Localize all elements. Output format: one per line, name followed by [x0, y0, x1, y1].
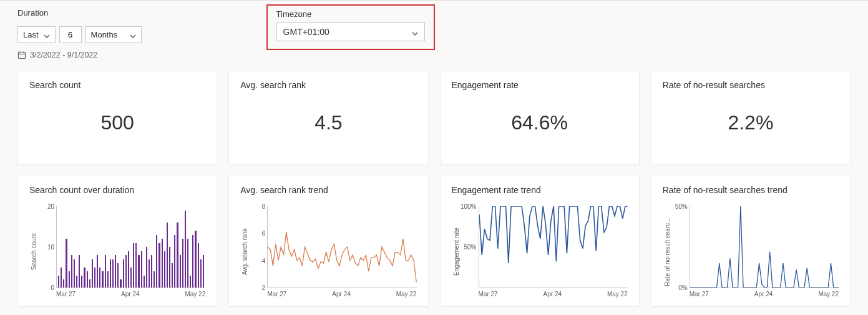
bar — [102, 271, 103, 288]
chart-card: Rate of no-result searches trendRate of … — [651, 176, 851, 307]
duration-label: Duration — [17, 8, 142, 18]
bar — [112, 259, 114, 288]
bar — [192, 235, 193, 288]
bar — [58, 276, 59, 288]
y-tick: 10 — [47, 244, 54, 251]
metric-card: Engagement rate64.6% — [440, 71, 640, 164]
chart-title: Rate of no-result searches trend — [663, 185, 839, 195]
bar — [81, 276, 82, 288]
bar — [97, 255, 98, 288]
bar — [92, 259, 93, 288]
bar — [128, 251, 129, 288]
y-tick: 8 — [262, 203, 266, 210]
metric-title: Engagement rate — [452, 80, 628, 90]
bar — [66, 239, 67, 288]
bar — [69, 271, 70, 288]
y-axis-label: Engagement rate — [452, 206, 461, 298]
bar — [89, 279, 90, 288]
bar — [84, 268, 85, 288]
plot-area: 01020 — [56, 206, 205, 288]
bar — [187, 239, 188, 288]
x-tick: May 22 — [396, 291, 417, 298]
bar — [99, 268, 100, 288]
metric-title: Rate of no-result searches — [663, 80, 839, 90]
x-tick: Apr 24 — [544, 291, 562, 298]
bar — [74, 259, 75, 288]
y-tick: 50% — [464, 244, 476, 251]
bar — [154, 271, 155, 288]
y-tick: 100% — [461, 203, 477, 210]
x-tick: Mar 27 — [479, 291, 498, 298]
bar — [185, 211, 186, 288]
timezone-select[interactable]: GMT+01:00 — [276, 22, 425, 41]
bar — [156, 235, 157, 288]
bar — [130, 268, 132, 288]
duration-unit-select[interactable]: Months — [85, 26, 142, 43]
bar — [63, 279, 64, 288]
bar — [144, 276, 145, 288]
bar — [94, 268, 95, 288]
chevron-down-icon — [412, 29, 418, 35]
bar — [110, 259, 111, 288]
plot-area: 50%100% — [479, 206, 628, 288]
duration-type-select[interactable]: Last — [17, 26, 56, 43]
bar — [141, 251, 142, 288]
metric-title: Search count — [29, 80, 205, 90]
x-tick: May 22 — [607, 291, 628, 298]
bar — [167, 222, 168, 288]
bar — [149, 259, 150, 288]
metric-title: Avg. search rank — [240, 80, 416, 90]
bar — [200, 259, 202, 288]
metric-value: 64.6% — [452, 90, 628, 155]
bar — [117, 263, 119, 288]
bar — [195, 231, 196, 288]
y-tick: 20 — [47, 203, 54, 210]
y-tick: 0 — [51, 284, 54, 291]
x-tick: May 22 — [185, 291, 205, 298]
bar — [146, 247, 147, 288]
calendar-icon — [17, 51, 26, 59]
bar — [158, 243, 160, 288]
bar — [125, 255, 127, 288]
x-tick: Apr 24 — [121, 291, 139, 298]
bar — [177, 222, 178, 288]
chart-card: Engagement rate trendEngagement rate50%1… — [440, 176, 640, 307]
x-tick: Mar 27 — [690, 291, 709, 298]
x-tick: Mar 27 — [267, 291, 286, 298]
plot-area: 0%50% — [690, 206, 839, 288]
y-axis-label: Search count — [29, 206, 39, 298]
y-tick: 4 — [262, 257, 266, 264]
duration-type-value: Last — [23, 30, 39, 39]
duration-value-input[interactable] — [59, 26, 82, 43]
svg-rect-0 — [19, 52, 26, 59]
chart-title: Search count over duration — [29, 185, 205, 195]
bar — [162, 239, 163, 288]
plot-area: 2468 — [267, 206, 416, 288]
line-series — [268, 232, 416, 282]
bar — [87, 271, 88, 288]
metric-value: 500 — [29, 90, 205, 155]
chart-card: Avg. search rank trendAvg. search rank24… — [228, 176, 428, 307]
bar — [79, 255, 80, 288]
bar — [105, 255, 106, 288]
chart-title: Avg. search rank trend — [240, 185, 416, 195]
bar — [172, 263, 173, 288]
y-tick: 6 — [262, 230, 266, 237]
line-series — [479, 206, 628, 263]
x-tick: Apr 24 — [332, 291, 350, 298]
bar — [180, 255, 181, 288]
y-axis-label: Avg. search rank — [240, 206, 250, 298]
chart-card: Search count over durationSearch count01… — [17, 176, 217, 307]
bar — [107, 271, 109, 288]
bar — [138, 255, 139, 288]
bar — [169, 247, 170, 288]
bar — [123, 259, 124, 288]
bar — [61, 268, 62, 288]
y-tick: 0% — [678, 284, 687, 291]
bar — [190, 276, 191, 288]
metric-value: 4.5 — [240, 90, 416, 155]
x-tick: Apr 24 — [754, 291, 773, 298]
timezone-label: Timezone — [276, 9, 425, 19]
bar — [133, 243, 134, 288]
timezone-value: GMT+01:00 — [283, 27, 329, 37]
